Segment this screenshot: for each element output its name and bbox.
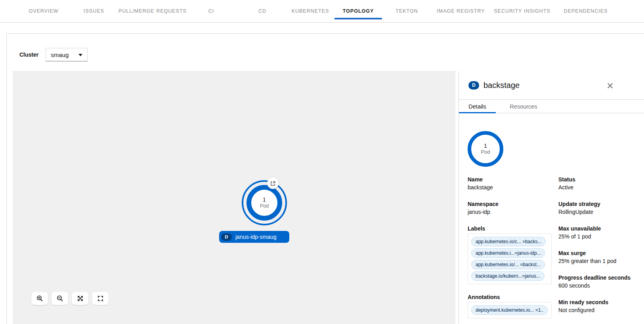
- details-column-right: Status Active Update strategy RollingUpd…: [558, 175, 642, 324]
- open-url-decorator[interactable]: [267, 177, 279, 189]
- field-namespace: Namespace janus-idp: [468, 200, 558, 216]
- annotation-chip[interactable]: deployment.kubernetes.io... =1..: [471, 305, 548, 315]
- node-label-text: janus-idp-smaug: [235, 234, 277, 240]
- tab-overview[interactable]: OVERVIEW: [21, 0, 67, 22]
- close-panel-button[interactable]: [606, 81, 614, 90]
- zoom-in-button[interactable]: [31, 292, 48, 305]
- zoom-out-button[interactable]: [52, 292, 68, 305]
- tab-image-registry[interactable]: IMAGE REGISTRY: [432, 0, 490, 22]
- topology-canvas[interactable]: 1 Pod D janus-idp-smaug: [13, 71, 455, 324]
- label-chip[interactable]: app.kubernetes.i...=janus-idp...: [471, 248, 545, 258]
- field-status: Status Active: [558, 175, 642, 191]
- field-labels: Labels app.kubernetes.io/c... =backs... …: [468, 225, 558, 284]
- panel-tab-resources[interactable]: Resources: [496, 100, 551, 113]
- panel-tab-details[interactable]: Details: [459, 100, 496, 113]
- label-chip[interactable]: app.kubernetes.io/c... =backs...: [471, 237, 546, 246]
- pod-donut: 1 Pod: [247, 185, 282, 221]
- label-chip[interactable]: backstage.io/kubern...=janus...: [471, 271, 545, 281]
- node-label[interactable]: D janus-idp-smaug: [219, 231, 289, 243]
- deployment-badge: D: [221, 233, 232, 241]
- tab-pull-merge-requests[interactable]: PULL/MERGE REQUESTS: [121, 0, 184, 22]
- details-grid: Name backstage Namespace janus-idp Label…: [468, 175, 644, 324]
- label-chip[interactable]: app.kubernetes.io/... =backst...: [471, 260, 545, 269]
- panel-pod-unit: Pod: [481, 149, 490, 155]
- field-update-strategy: Update strategy RollingUpdate: [558, 200, 642, 216]
- entity-tab-bar: OVERVIEW ISSUES PULL/MERGE REQUESTS CI C…: [0, 0, 644, 23]
- field-min-ready-seconds: Min ready seconds Not configured: [558, 298, 642, 314]
- tab-topology[interactable]: TOPOLOGY: [334, 0, 382, 22]
- cluster-select[interactable]: smaug: [46, 48, 88, 61]
- caret-down-icon: [78, 54, 82, 56]
- pod-count: 1: [263, 196, 266, 203]
- annotations-chip-group: deployment.kubernetes.io... =1..: [468, 302, 552, 318]
- fullscreen-button[interactable]: [92, 292, 109, 305]
- deployment-badge: D: [468, 81, 479, 90]
- zoom-out-icon: [57, 295, 63, 302]
- tab-security-insights[interactable]: SECURITY INSIGHTS: [490, 0, 554, 22]
- topology-card: Cluster smaug 1 Pod D janus-idp-smaug: [6, 33, 644, 324]
- tab-cd[interactable]: CD: [239, 0, 286, 22]
- panel-title: backstage: [483, 81, 520, 90]
- deployment-node[interactable]: 1 Pod: [242, 180, 287, 225]
- active-panel-tab-indicator: [459, 112, 496, 113]
- tab-tekton[interactable]: TEKTON: [382, 0, 432, 22]
- tab-ci[interactable]: CI: [184, 0, 239, 22]
- zoom-controls: [31, 292, 109, 305]
- field-annotations: Annotations deployment.kubernetes.io... …: [468, 293, 558, 318]
- panel-pod-donut: 1 Pod: [468, 131, 503, 167]
- field-name: Name backstage: [468, 175, 558, 191]
- tab-kubernetes[interactable]: KUBERNETES: [286, 0, 334, 22]
- close-icon: [607, 83, 613, 89]
- active-tab-indicator: [334, 18, 382, 19]
- panel-pod-count: 1: [484, 143, 487, 149]
- cluster-select-value: smaug: [51, 51, 69, 58]
- side-panel-tabs: Details Resources: [459, 99, 644, 113]
- pod-unit: Pod: [260, 203, 269, 209]
- zoom-in-icon: [36, 295, 43, 302]
- fit-to-screen-icon: [77, 295, 84, 302]
- fit-to-screen-button[interactable]: [72, 292, 88, 305]
- details-column-left: Name backstage Namespace janus-idp Label…: [468, 175, 558, 324]
- tab-issues[interactable]: ISSUES: [67, 0, 121, 22]
- cluster-toolbar: Cluster smaug: [19, 48, 88, 61]
- cluster-label: Cluster: [19, 51, 38, 58]
- external-link-icon: [270, 181, 276, 186]
- tab-dependencies[interactable]: DEPENDENCIES: [554, 0, 617, 22]
- labels-chip-group: app.kubernetes.io/c... =backs... app.kub…: [468, 233, 552, 284]
- fullscreen-icon: [97, 295, 104, 302]
- field-progress-deadline: Progress deadline seconds 600 seconds: [558, 274, 642, 290]
- field-max-surge: Max surge 25% greater than 1 pod: [558, 249, 642, 265]
- side-panel-body: 1 Pod Name backstage Namespace janus-idp…: [459, 114, 644, 324]
- field-max-unavailable: Max unavailable 25% of 1 pod: [558, 225, 642, 240]
- side-panel-header: D backstage: [459, 71, 644, 99]
- topology-side-panel: D backstage Details Resources 1 Pod: [459, 71, 644, 324]
